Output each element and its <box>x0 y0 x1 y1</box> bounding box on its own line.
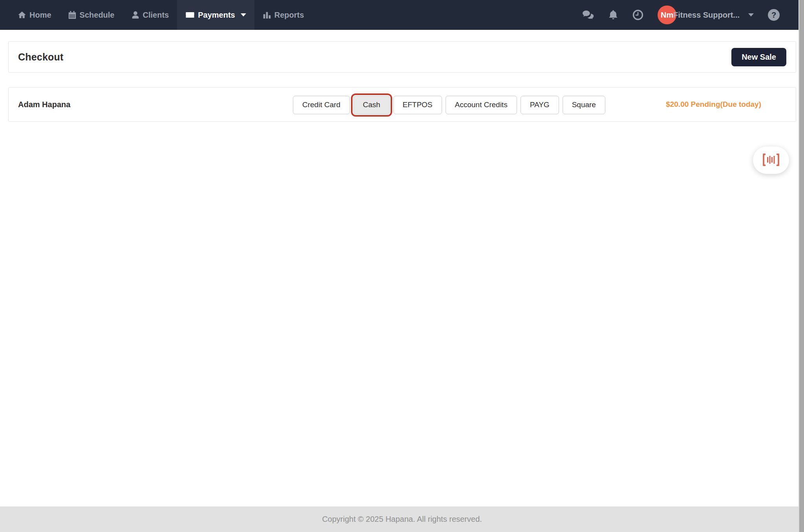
top-nav: Home Schedule Clients <box>0 0 804 30</box>
payment-account-credits-button[interactable]: Account Credits <box>446 96 517 114</box>
user-icon <box>131 11 140 19</box>
checkout-row-card: Adam Hapana Credit Card Cash EFTPOS Acco… <box>8 87 796 122</box>
footer: Copyright © 2025 Hapana. All rights rese… <box>0 506 804 532</box>
nav-item-label: Home <box>29 11 51 20</box>
credit-card-icon <box>185 10 195 20</box>
payment-square-button[interactable]: Square <box>563 96 605 114</box>
client-name: Adam Hapana <box>18 100 70 109</box>
new-sale-button[interactable]: New Sale <box>731 48 786 66</box>
calendar-icon <box>68 11 77 19</box>
nav-item-payments[interactable]: Payments <box>177 0 254 30</box>
account-menu[interactable]: Nm Fitness Support... <box>658 5 754 24</box>
bell-icon[interactable] <box>608 9 618 20</box>
page-title: Checkout <box>18 51 64 63</box>
chevron-down-icon <box>241 13 246 16</box>
barcode-scan-button[interactable] <box>753 146 789 174</box>
nav-item-label: Clients <box>143 11 169 20</box>
nav-item-label: Schedule <box>80 11 115 20</box>
account-name: Fitness Support... <box>673 11 740 20</box>
app-window: Home Schedule Clients <box>0 0 804 532</box>
nav-item-clients[interactable]: Clients <box>123 0 177 30</box>
nav-menu: Home Schedule Clients <box>9 0 312 30</box>
nav-item-schedule[interactable]: Schedule <box>60 0 123 30</box>
barcode-scan-icon <box>762 153 780 168</box>
payment-method-group: Credit Card Cash EFTPOS Account Credits … <box>293 88 605 122</box>
vertical-scrollbar[interactable] <box>799 0 804 532</box>
payment-credit-card-button[interactable]: Credit Card <box>293 96 350 114</box>
checkout-header-card: Checkout New Sale <box>8 41 796 73</box>
help-icon[interactable]: ? <box>768 9 780 21</box>
payment-eftpos-button[interactable]: EFTPOS <box>393 96 442 114</box>
copyright-text: Copyright © 2025 Hapana. All rights rese… <box>322 515 482 524</box>
payment-payg-button[interactable]: PAYG <box>521 96 559 114</box>
nav-item-home[interactable]: Home <box>9 0 60 30</box>
chat-icon[interactable] <box>582 10 594 20</box>
payment-cash-button[interactable]: Cash <box>353 96 389 114</box>
nav-utilities: Nm Fitness Support... ? <box>582 0 804 30</box>
chevron-down-icon <box>748 13 754 16</box>
bar-chart-icon <box>263 11 271 19</box>
pending-amount: $20.00 Pending(Due today) <box>666 100 761 109</box>
clock-icon[interactable] <box>632 9 643 20</box>
nav-item-reports[interactable]: Reports <box>254 0 312 30</box>
nav-item-label: Reports <box>274 11 304 20</box>
home-icon <box>18 11 26 19</box>
nav-item-label: Payments <box>198 11 235 20</box>
